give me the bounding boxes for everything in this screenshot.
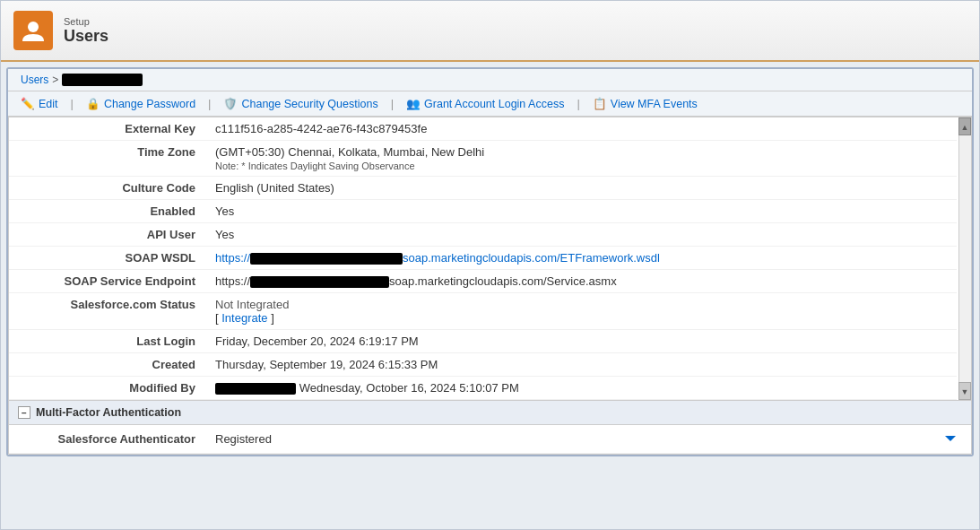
soap-wsdl-suffix: soap.marketingcloudapis.com/ETFramework.… <box>403 251 660 265</box>
outer-container: Users > ✏️ Edit | 🔒 Change Password | 🛡️… <box>6 67 974 456</box>
breadcrumb-users-link[interactable]: Users <box>21 74 48 86</box>
header-title: Users <box>64 27 108 46</box>
header-subtitle: Setup <box>64 16 108 27</box>
scroll-arrow-down-icon: ▼ <box>959 383 970 401</box>
label-soap-endpoint: SOAP Service Endpoint <box>9 270 206 293</box>
label-api-user: API User <box>9 223 206 247</box>
table-row: Salesforce.com Status Not Integrated [ I… <box>9 293 957 330</box>
detail-section: External Key c111f516-a285-4242-ae76-f43… <box>9 117 971 400</box>
soap-wsdl-redacted <box>250 253 403 265</box>
soap-wsdl-link[interactable]: https://soap.marketingcloudapis.com/ETFr… <box>215 251 660 265</box>
label-enabled: Enabled <box>9 200 206 223</box>
soap-wsdl-prefix: https:// <box>215 251 250 265</box>
status-not-integrated: Not Integrated <box>215 298 289 311</box>
collapse-icon[interactable]: − <box>18 406 30 419</box>
table-row: Time Zone (GMT+05:30) Chennai, Kolkata, … <box>9 141 957 177</box>
value-last-login: Friday, December 20, 2024 6:19:17 PM <box>206 330 957 353</box>
change-password-button[interactable]: 🔒 Change Password <box>86 97 195 110</box>
grant-login-access-button[interactable]: 👥 Grant Account Login Access <box>406 97 564 110</box>
label-modified-by: Modified By <box>9 377 206 400</box>
breadcrumb: Users > <box>8 69 972 91</box>
value-sf-authenticator: Registered <box>206 425 971 454</box>
breadcrumb-current-user <box>62 74 143 86</box>
table-row: SOAP WSDL https://soap.marketingcloudapi… <box>9 247 957 270</box>
label-created: Created <box>9 353 206 377</box>
mfa-expand-icon[interactable] <box>944 432 957 447</box>
change-password-label: Change Password <box>104 98 195 110</box>
timezone-value: (GMT+05:30) Chennai, Kolkata, Mumbai, Ne… <box>215 145 484 159</box>
grant-login-label: Grant Account Login Access <box>424 98 564 110</box>
scroll-arrow-up-icon: ▲ <box>959 118 970 136</box>
table-row: Last Login Friday, December 20, 2024 6:1… <box>9 330 957 353</box>
timezone-note: Note: * Indicates Daylight Saving Observ… <box>215 161 948 171</box>
separator-3: | <box>391 97 394 110</box>
label-last-login: Last Login <box>9 330 206 353</box>
users-icon: 👥 <box>406 97 421 110</box>
view-mfa-events-button[interactable]: 📋 View MFA Events <box>593 97 698 110</box>
table-row: SOAP Service Endpoint https://soap.marke… <box>9 270 957 293</box>
scrollbar-track[interactable]: ▲ ▼ <box>958 117 971 400</box>
label-soap-wsdl: SOAP WSDL <box>9 247 206 270</box>
soap-endpoint-prefix: https:// <box>215 274 250 288</box>
soap-endpoint-redacted <box>250 276 389 288</box>
table-row: Modified By Wednesday, October 16, 2024 … <box>9 377 957 400</box>
value-external-key: c111f516-a285-4242-ae76-f43c879453fe <box>206 117 957 141</box>
separator-4: | <box>577 97 579 110</box>
label-culture-code: Culture Code <box>9 177 206 200</box>
change-security-questions-button[interactable]: 🛡️ Change Security Questions <box>223 97 377 110</box>
clipboard-icon: 📋 <box>593 97 607 110</box>
value-culture-code: English (United States) <box>206 177 957 200</box>
table-row: Culture Code English (United States) <box>9 177 957 200</box>
scrollbar-thumb-top[interactable]: ▲ <box>958 117 971 135</box>
edit-icon: ✏️ <box>21 97 35 110</box>
breadcrumb-separator: > <box>52 74 58 86</box>
value-soap-wsdl: https://soap.marketingcloudapis.com/ETFr… <box>206 247 957 270</box>
value-timezone: (GMT+05:30) Chennai, Kolkata, Mumbai, Ne… <box>206 141 957 177</box>
modified-by-date: Wednesday, October 16, 2024 5:10:07 PM <box>299 381 519 395</box>
shield-icon: 🛡️ <box>223 97 238 110</box>
integrate-link[interactable]: Integrate <box>221 311 267 325</box>
value-api-user: Yes <box>206 223 957 247</box>
label-sf-authenticator: Salesforce Authenticator <box>9 425 206 454</box>
table-row: Salesforce Authenticator Registered <box>9 425 971 454</box>
separator-1: | <box>71 97 74 110</box>
page-wrapper: Setup Users Users > ✏️ Edit | 🔒 Change P… <box>0 0 980 530</box>
soap-endpoint-suffix: soap.marketingcloudapis.com/Service.asmx <box>389 274 617 288</box>
label-sf-status: Salesforce.com Status <box>9 293 206 330</box>
user-avatar-icon <box>13 11 53 50</box>
lock-icon: 🔒 <box>86 97 100 110</box>
table-row: Enabled Yes <box>9 200 957 223</box>
mfa-section-header[interactable]: − Multi-Factor Authentication <box>9 400 971 425</box>
mfa-section-title: Multi-Factor Authentication <box>36 406 181 419</box>
value-created: Thursday, September 19, 2024 6:15:33 PM <box>206 353 957 377</box>
label-external-key: External Key <box>9 117 206 141</box>
separator-2: | <box>208 97 211 110</box>
integrate-bracket-close: ] <box>268 311 274 325</box>
svg-point-0 <box>28 22 39 32</box>
edit-label: Edit <box>39 98 58 110</box>
value-soap-endpoint: https://soap.marketingcloudapis.com/Serv… <box>206 270 957 293</box>
modified-by-redacted <box>215 383 296 395</box>
value-enabled: Yes <box>206 200 957 223</box>
action-bar: ✏️ Edit | 🔒 Change Password | 🛡️ Change … <box>8 91 972 117</box>
table-row: External Key c111f516-a285-4242-ae76-f43… <box>9 117 957 141</box>
scrollbar-thumb-bottom[interactable]: ▼ <box>958 382 971 400</box>
table-row: API User Yes <box>9 223 957 247</box>
main-content: External Key c111f516-a285-4242-ae76-f43… <box>8 117 972 455</box>
view-mfa-label: View MFA Events <box>611 98 698 110</box>
header-bar: Setup Users <box>1 1 979 62</box>
edit-button[interactable]: ✏️ Edit <box>21 97 58 110</box>
detail-table: External Key c111f516-a285-4242-ae76-f43… <box>9 117 957 400</box>
value-sf-status: Not Integrated [ Integrate ] <box>206 293 957 330</box>
mfa-table: Salesforce Authenticator Registered <box>9 425 971 454</box>
mfa-section-content: Salesforce Authenticator Registered <box>9 425 971 454</box>
value-modified-by: Wednesday, October 16, 2024 5:10:07 PM <box>206 377 957 400</box>
header-text-block: Setup Users <box>64 16 108 46</box>
label-timezone: Time Zone <box>9 141 206 177</box>
table-row: Created Thursday, September 19, 2024 6:1… <box>9 353 957 377</box>
change-security-label: Change Security Questions <box>241 98 377 110</box>
